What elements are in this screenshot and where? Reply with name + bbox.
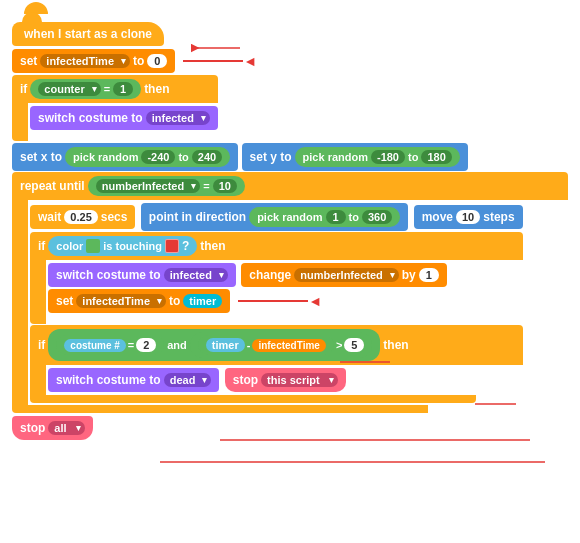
number-infected-dropdown2[interactable]: numberInfected xyxy=(294,268,399,282)
color-swatch-red[interactable] xyxy=(165,239,179,253)
pick-random-y[interactable]: pick random -180 to 180 xyxy=(295,147,460,167)
move-val[interactable]: 10 xyxy=(456,210,480,224)
change-number-infected-block[interactable]: change numberInfected by 1 xyxy=(241,263,447,287)
point-val1[interactable]: 1 xyxy=(326,210,346,224)
if2-val2[interactable]: 5 xyxy=(344,338,364,352)
point-random[interactable]: pick random 1 to 360 xyxy=(249,207,400,227)
stop-all-dropdown[interactable]: all xyxy=(48,421,84,435)
c-bottom-cap xyxy=(12,133,28,141)
if2-val[interactable]: 2 xyxy=(136,338,156,352)
number-infected-var[interactable]: numberInfected xyxy=(96,179,201,193)
repeat-condition[interactable]: numberInfected = 10 xyxy=(88,176,245,196)
counter-condition[interactable]: counter = 1 xyxy=(30,79,141,99)
hat-label: when I start as a clone xyxy=(24,27,152,41)
switch-costume-infected2[interactable]: switch costume to infected xyxy=(48,263,236,287)
if-color-wall xyxy=(30,260,46,316)
set-infected-time2-row: set infectedTime to timer ◄ xyxy=(48,288,447,314)
if2-wall xyxy=(30,365,46,395)
if2-bottom xyxy=(30,395,523,403)
if2-block: if costume # = 2 and xyxy=(30,325,523,403)
if-color-header[interactable]: if color is touching ? then xyxy=(30,232,523,260)
if1-val[interactable]: 1 xyxy=(113,82,133,96)
y-val2[interactable]: 180 xyxy=(421,150,451,164)
repeat-val[interactable]: 10 xyxy=(213,179,237,193)
c-left-wall xyxy=(12,103,28,133)
switch-costume-infected[interactable]: switch costume to infected xyxy=(30,106,218,130)
infected-time-oval[interactable]: infectedTime xyxy=(252,339,326,352)
color-condition[interactable]: color is touching ? xyxy=(48,236,197,256)
x-val2[interactable]: 240 xyxy=(192,150,222,164)
if2-header[interactable]: if costume # = 2 and xyxy=(30,325,523,365)
point-val2[interactable]: 360 xyxy=(362,210,392,224)
costume-dropdown2[interactable]: infected xyxy=(164,268,228,282)
arrow-annotation-1: ◄ xyxy=(183,53,257,69)
infected-time-value[interactable]: 0 xyxy=(147,54,167,68)
if-color-block: if color is touching ? then xyxy=(30,232,523,324)
infected-time-dropdown2[interactable]: infectedTime xyxy=(76,294,166,308)
timer-cond[interactable]: timer - infectedTime > 5 xyxy=(190,332,373,358)
point-direction-block[interactable]: point in direction pick random 1 to 360 xyxy=(141,203,408,231)
costume-dead-dropdown[interactable]: dead xyxy=(164,373,212,387)
set-infected-time2-block[interactable]: set infectedTime to timer xyxy=(48,289,230,313)
costume-hash-oval[interactable]: costume # xyxy=(64,339,125,352)
arrow-annotation-2: ◄ xyxy=(238,293,322,309)
set-x-block[interactable]: set x to pick random -240 to 240 xyxy=(12,143,238,171)
x-val1[interactable]: -240 xyxy=(141,150,175,164)
stop-this-script-block[interactable]: stop this script xyxy=(225,368,346,392)
if1-body: switch costume to infected xyxy=(28,103,218,133)
y-val1[interactable]: -180 xyxy=(371,150,405,164)
set-y-block[interactable]: set y to pick random -180 to 180 xyxy=(242,143,468,171)
timer-oval[interactable]: timer xyxy=(183,294,222,308)
pick-random-x[interactable]: pick random -240 to 240 xyxy=(65,147,230,167)
if2-condition[interactable]: costume # = 2 and timer xyxy=(48,329,380,361)
costume-hash-cond[interactable]: costume # = 2 xyxy=(56,335,164,355)
stop-all-block[interactable]: stop all xyxy=(12,416,93,440)
if-color-body: switch costume to infected change number… xyxy=(46,260,447,316)
repeat-until-header[interactable]: repeat until numberInfected = 10 xyxy=(12,172,568,200)
hat-block-clone[interactable]: when I start as a clone xyxy=(12,22,164,46)
switch-costume-dead-block[interactable]: switch costume to dead xyxy=(48,368,219,392)
color-swatch-green[interactable] xyxy=(86,239,100,253)
change-val[interactable]: 1 xyxy=(419,268,439,282)
counter-var[interactable]: counter xyxy=(38,82,100,96)
move-block[interactable]: move 10 steps xyxy=(414,205,523,229)
costume-infected-dropdown[interactable]: infected xyxy=(146,111,210,125)
repeat-until-block: repeat until numberInfected = 10 wait 0.… xyxy=(12,172,568,413)
set-infected-time-block[interactable]: set infectedTime to 0 xyxy=(12,49,175,73)
repeat-body: wait 0.25 secs point in direction pick r… xyxy=(28,200,523,405)
timer-minus[interactable]: timer - infectedTime xyxy=(198,335,334,355)
infected-time-dropdown[interactable]: infectedTime xyxy=(40,54,130,68)
wait-block[interactable]: wait 0.25 secs xyxy=(30,205,135,229)
blocks-area: when I start as a clone set infectedTime… xyxy=(8,8,572,445)
repeat-bottom xyxy=(12,405,568,413)
if-color-bottom xyxy=(30,316,46,324)
repeat-left-wall xyxy=(12,200,28,405)
if-counter-block: if counter = 1 then switch costume to xyxy=(12,75,568,141)
if2-body: switch costume to dead stop this script xyxy=(46,365,346,395)
wait-val[interactable]: 0.25 xyxy=(64,210,97,224)
stop-option-dropdown[interactable]: this script xyxy=(261,373,338,387)
timer-oval2[interactable]: timer xyxy=(206,338,245,352)
